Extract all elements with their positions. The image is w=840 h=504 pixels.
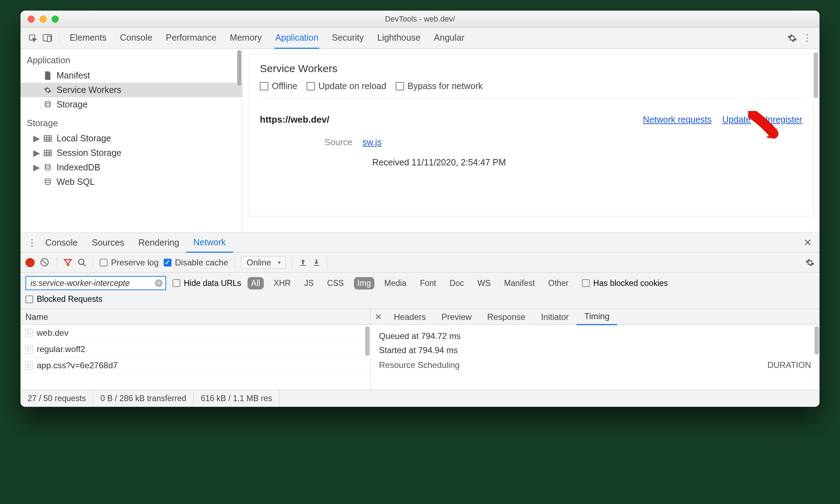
request-row[interactable]: app.css?v=6e2768d7 (21, 357, 370, 374)
sidebar-item-storage[interactable]: Storage (21, 97, 242, 112)
drawer-more-icon[interactable]: ⋮ (25, 238, 38, 248)
blocked-cookies-checkbox[interactable]: Has blocked cookies (582, 279, 668, 288)
filter-icon[interactable] (63, 258, 72, 267)
sw-received-text: Received 11/11/2020, 2:54:47 PM (372, 157, 802, 168)
filter-input-field[interactable] (30, 278, 162, 288)
expand-icon[interactable]: ▶ (33, 133, 39, 143)
expand-icon[interactable]: ▶ (33, 148, 39, 158)
svg-point-9 (78, 259, 84, 264)
minimize-window-button[interactable] (40, 16, 47, 23)
devtools-window: DevTools - web.dev/ Elements Console Per… (21, 11, 819, 407)
filter-type-js[interactable]: JS (301, 277, 317, 289)
macos-titlebar: DevTools - web.dev/ (21, 11, 819, 28)
table-icon (43, 134, 52, 143)
database-icon (43, 177, 52, 187)
more-icon[interactable]: ⋮ (800, 31, 815, 46)
throttling-select[interactable]: Online (241, 256, 285, 269)
filter-type-all[interactable]: All (247, 277, 264, 289)
tab-memory[interactable]: Memory (229, 28, 262, 49)
detail-tab-initiator[interactable]: Initiator (533, 309, 577, 325)
clear-filter-icon[interactable]: ✕ (155, 279, 163, 287)
filter-input[interactable]: ✕ (25, 276, 166, 290)
search-icon[interactable] (77, 258, 87, 267)
request-row[interactable]: web.dev (21, 325, 370, 341)
offline-checkbox[interactable]: Offline (260, 81, 297, 91)
filter-type-css[interactable]: CSS (323, 277, 347, 289)
record-button[interactable] (25, 258, 35, 267)
svg-point-6 (45, 164, 51, 166)
drawer-tab-rendering[interactable]: Rendering (131, 233, 186, 252)
filter-type-doc[interactable]: Doc (446, 277, 468, 289)
update-on-reload-checkbox[interactable]: Update on reload (307, 81, 386, 91)
preserve-log-checkbox[interactable]: Preserve log (100, 258, 159, 268)
panel-title: Service Workers (260, 63, 802, 75)
sidebar-item-label: Manifest (57, 70, 90, 81)
panel-tabs: Elements Console Performance Memory Appl… (69, 28, 465, 49)
close-detail-button[interactable]: ✕ (371, 312, 386, 322)
tab-performance[interactable]: Performance (165, 28, 217, 49)
request-list-scrollbar[interactable] (365, 326, 369, 356)
sidebar-scrollbar[interactable] (237, 50, 241, 86)
request-list-header[interactable]: Name (21, 309, 370, 325)
manifest-icon (43, 71, 52, 80)
filter-type-other[interactable]: Other (545, 277, 572, 289)
tab-application[interactable]: Application (274, 28, 319, 49)
upload-har-icon[interactable] (299, 258, 307, 267)
request-row[interactable]: regular.woff2 (21, 341, 370, 357)
detail-scrollbar[interactable] (815, 326, 819, 354)
filter-type-manifest[interactable]: Manifest (501, 277, 538, 289)
detail-tab-response[interactable]: Response (479, 309, 533, 325)
update-link[interactable]: Update (722, 115, 751, 125)
sidebar-item-label: Web SQL (57, 177, 95, 187)
drawer-tab-console[interactable]: Console (38, 233, 85, 252)
blocked-requests-checkbox[interactable]: Blocked Requests (25, 294, 102, 304)
network-request-list: Name web.dev regular.woff2 app.css?v=6e2… (21, 309, 371, 390)
download-har-icon[interactable] (312, 258, 321, 267)
timing-queued: Queued at 794.72 ms (379, 331, 811, 341)
drawer-tab-sources[interactable]: Sources (85, 233, 132, 252)
sw-source-link[interactable]: sw.js (362, 137, 381, 147)
sidebar-item-indexeddb[interactable]: ▶ IndexedDB (21, 160, 242, 175)
detail-tab-headers[interactable]: Headers (386, 309, 434, 325)
disable-cache-checkbox[interactable]: ✓Disable cache (164, 258, 228, 268)
tab-angular[interactable]: Angular (433, 28, 465, 49)
tab-elements[interactable]: Elements (69, 28, 107, 49)
zoom-window-button[interactable] (52, 16, 59, 23)
tab-lighthouse[interactable]: Lighthouse (377, 28, 421, 49)
tab-security[interactable]: Security (331, 28, 364, 49)
hide-data-urls-checkbox[interactable]: Hide data URLs (173, 279, 241, 288)
network-settings-icon[interactable] (805, 258, 815, 267)
filter-type-xhr[interactable]: XHR (270, 277, 294, 289)
sidebar-item-service-workers[interactable]: Service Workers (21, 83, 242, 97)
device-toolbar-icon[interactable] (40, 31, 55, 46)
window-controls (28, 16, 59, 23)
clear-button[interactable] (40, 257, 50, 268)
expand-icon[interactable]: ▶ (33, 162, 39, 172)
application-panel: Application Manifest Service Workers Sto… (21, 49, 819, 233)
network-status-bar: 27 / 50 requests 0 B / 286 kB transferre… (21, 390, 819, 407)
sidebar-item-local-storage[interactable]: ▶ Local Storage (21, 131, 242, 146)
svg-point-7 (45, 178, 51, 181)
sidebar-item-manifest[interactable]: Manifest (21, 68, 242, 83)
drawer: ⋮ Console Sources Rendering Network ✕ Pr… (21, 233, 819, 407)
filter-type-ws[interactable]: WS (474, 277, 494, 289)
drawer-close-button[interactable]: ✕ (801, 237, 815, 248)
tab-console[interactable]: Console (119, 28, 153, 49)
bypass-network-checkbox[interactable]: Bypass for network (396, 81, 483, 91)
sidebar-item-websql[interactable]: Web SQL (21, 175, 242, 189)
detail-tab-timing[interactable]: Timing (577, 309, 617, 325)
settings-icon[interactable] (785, 31, 800, 46)
timing-duration-label: DURATION (767, 360, 811, 370)
filter-type-media[interactable]: Media (381, 277, 410, 289)
filter-type-font[interactable]: Font (416, 277, 440, 289)
inspect-element-icon[interactable] (25, 31, 40, 46)
network-requests-link[interactable]: Network requests (643, 115, 712, 125)
close-window-button[interactable] (28, 16, 35, 23)
drawer-tab-network[interactable]: Network (186, 233, 233, 253)
panel-scrollbar[interactable] (814, 52, 818, 98)
status-transferred: 0 B / 286 kB transferred (93, 390, 194, 407)
sidebar-item-session-storage[interactable]: ▶ Session Storage (21, 146, 242, 160)
filter-type-img[interactable]: Img (354, 277, 374, 289)
detail-tab-preview[interactable]: Preview (434, 309, 479, 325)
service-workers-panel: Service Workers Offline Update on reload… (243, 49, 819, 233)
